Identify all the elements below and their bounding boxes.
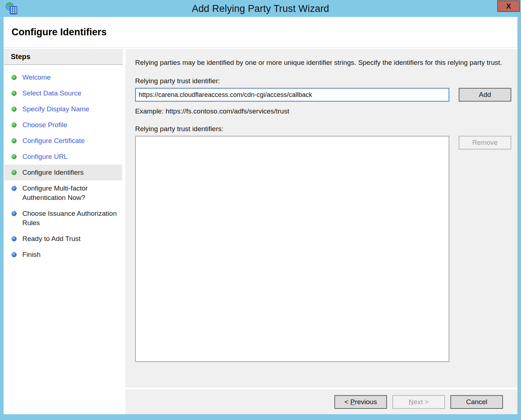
sidebar-item-specify-display-name[interactable]: Specify Display Name: [4, 101, 122, 117]
step-bullet-icon: [12, 154, 17, 159]
sidebar-item-ready-to-add-trust: Ready to Add Trust: [4, 231, 122, 247]
sidebar-item-configure-identifiers: Configure Identifiers: [4, 165, 122, 180]
sidebar-item-finish: Finish: [4, 247, 122, 263]
sidebar-item-choose-issuance-authorization-rules: Choose Issuance Authorization Rules: [4, 206, 122, 231]
step-bullet-icon: [12, 252, 17, 257]
remove-button[interactable]: Remove: [459, 136, 511, 149]
main-panel: Relying parties may be identified by one…: [125, 49, 517, 414]
page-title: Configure Identifiers: [12, 27, 107, 38]
identifiers-list-label: Relying party trust identifiers:: [135, 125, 511, 133]
window-body: Configure Identifiers Steps Welcome Sele…: [4, 17, 517, 414]
relying-party-identifier-input[interactable]: [135, 88, 449, 102]
footer-buttons: < Previous Next > Cancel: [125, 389, 517, 414]
sidebar-item-configure-certificate[interactable]: Configure Certificate: [4, 133, 122, 149]
step-bullet-icon: [12, 211, 17, 216]
description-text: Relying parties may be identified by one…: [135, 58, 503, 67]
step-bullet-icon: [12, 107, 17, 112]
identifier-input-label: Relying party trust identifier:: [135, 77, 511, 85]
step-bullet-icon: [12, 186, 17, 191]
step-bullet-icon: [12, 138, 17, 143]
step-bullet-icon: [12, 75, 17, 80]
next-button[interactable]: Next >: [392, 395, 445, 409]
sidebar-item-welcome[interactable]: Welcome: [4, 70, 122, 85]
step-bullet-icon: [12, 236, 17, 241]
cancel-button[interactable]: Cancel: [450, 395, 503, 409]
close-button[interactable]: X: [497, 0, 520, 12]
identifiers-listbox[interactable]: [135, 136, 449, 362]
close-icon: X: [506, 2, 511, 10]
step-bullet-icon: [12, 91, 17, 96]
example-text: Example: https://fs.contoso.com/adfs/ser…: [135, 107, 511, 115]
sidebar-item-select-data-source[interactable]: Select Data Source: [4, 85, 122, 101]
add-button[interactable]: Add: [459, 88, 511, 102]
step-bullet-icon: [12, 122, 17, 128]
window-title: Add Relying Party Trust Wizard: [0, 3, 521, 14]
sidebar-item-configure-multi-factor-authentication-now: Configure Multi-factor Authentication No…: [4, 180, 122, 206]
steps-list: Welcome Select Data Source Specify Displ…: [4, 70, 123, 263]
steps-title: Steps: [4, 49, 123, 65]
main-content: Relying parties may be identified by one…: [125, 49, 517, 388]
step-bullet-icon: [12, 170, 17, 175]
page-header: Configure Identifiers: [4, 17, 517, 48]
steps-sidebar: Steps Welcome Select Data Source Specify…: [4, 49, 123, 414]
previous-button[interactable]: < Previous: [334, 395, 387, 409]
sidebar-item-choose-profile[interactable]: Choose Profile: [4, 117, 122, 133]
title-bar: Add Relying Party Trust Wizard X: [0, 0, 521, 17]
sidebar-item-configure-url[interactable]: Configure URL: [4, 149, 122, 165]
wizard-window: Add Relying Party Trust Wizard X Configu…: [0, 0, 521, 420]
